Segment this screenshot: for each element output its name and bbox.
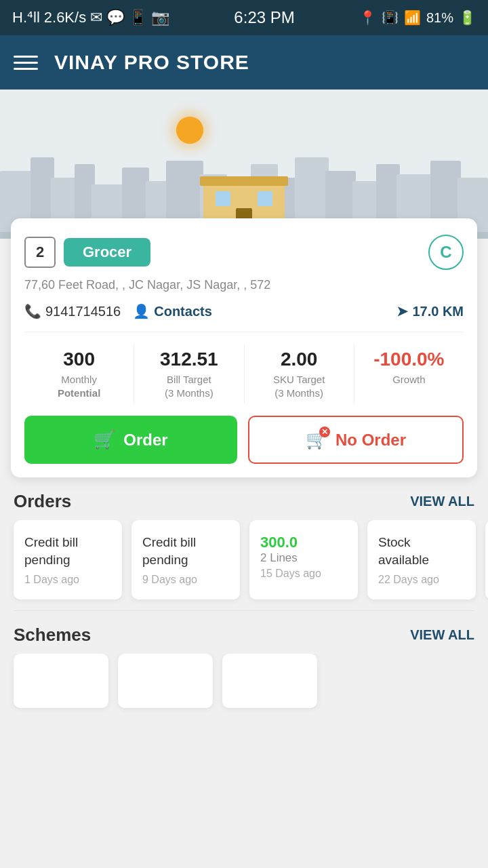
no-order-cart-icon: 🛒✕	[306, 429, 327, 450]
store-card-top: 2 Grocer C	[24, 235, 464, 270]
status-time: 6:23 PM	[234, 8, 294, 27]
location-arrow-icon: ➤	[396, 303, 408, 319]
store-address: 77,60 Feet Road, , JC Nagar, JS Nagar, ,…	[24, 277, 464, 294]
stat-sku-target: 2.00 SKU Target(3 Months)	[245, 344, 354, 403]
store-category: Grocer	[64, 238, 150, 267]
status-left: H.⁴ll 2.6K/s ✉ 💬 📱 📷	[12, 9, 169, 26]
battery-level: 81%	[426, 10, 453, 26]
order-card-title: Credit billpending	[142, 534, 229, 568]
hamburger-menu[interactable]	[14, 56, 38, 70]
store-tags: 2 Grocer	[24, 237, 150, 268]
message-icon: ✉	[90, 9, 102, 26]
stat-monthly-potential: 300 MonthlyPotential	[24, 344, 134, 403]
store-contact-row: 📞 9141714516 👤 Contacts ➤ 17.0 KM	[24, 303, 464, 319]
no-order-button[interactable]: 🛒✕ No Order	[248, 416, 464, 464]
order-cart-icon: 🛒	[94, 429, 115, 450]
order-button[interactable]: 🛒 Order	[24, 416, 237, 464]
network-speed: 2.6K/s	[44, 9, 86, 26]
order-card-value: 300.0	[260, 534, 347, 551]
svg-rect-21	[200, 176, 288, 186]
stat-value-bill: 312.51	[137, 349, 241, 370]
schemes-title: Schemes	[14, 625, 91, 646]
contacts-icon: 👤	[133, 303, 150, 319]
signal-icon: H.⁴ll	[12, 9, 40, 26]
avatar: C	[428, 235, 464, 270]
stat-value-sku: 2.00	[247, 349, 351, 370]
phone-icon: 📞	[24, 303, 41, 319]
scheme-card[interactable]	[118, 654, 213, 708]
status-right: 📍 📳 📶 81% 🔋	[359, 9, 476, 26]
stat-label-bill: Bill Target(3 Months)	[137, 373, 241, 399]
schemes-section-header: Schemes VIEW ALL	[0, 611, 488, 654]
order-card[interactable]: Credit billpending 1 Days ago	[14, 520, 122, 599]
orders-view-all[interactable]: VIEW ALL	[410, 494, 474, 509]
order-card[interactable]: Credit billpending 9 Days ago	[131, 520, 240, 599]
stat-value-growth: -100.0%	[357, 349, 461, 370]
order-card[interactable]: Stockavailable 22 Days ago	[367, 520, 476, 599]
contacts-link[interactable]: 👤 Contacts	[133, 303, 212, 319]
action-buttons: 🛒 Order 🛒✕ No Order	[24, 416, 464, 464]
store-distance: ➤ 17.0 KM	[396, 303, 464, 319]
store-number: 2	[24, 237, 56, 268]
schemes-scroll	[0, 654, 488, 719]
orders-scroll: Credit billpending 1 Days ago Credit bil…	[0, 520, 488, 610]
camera-icon: 📷	[151, 9, 169, 26]
svg-rect-23	[258, 191, 272, 206]
status-bar: H.⁴ll 2.6K/s ✉ 💬 📱 📷 6:23 PM 📍 📳 📶 81% 🔋	[0, 0, 488, 35]
stat-growth: -100.0% Growth	[354, 344, 464, 403]
order-card-title: Stockavailable	[378, 534, 465, 568]
order-card-lines: 2 Lines	[260, 551, 347, 565]
gps-icon: 📍	[359, 9, 376, 26]
stat-label-growth: Growth	[357, 373, 461, 387]
vibrate-icon: 📳	[382, 9, 399, 26]
city-banner	[0, 90, 488, 239]
scheme-card[interactable]	[14, 654, 108, 708]
schemes-view-all[interactable]: VIEW ALL	[410, 627, 474, 643]
chat-icon: 💬	[106, 9, 125, 26]
order-card-date: 15 Days ago	[260, 568, 347, 580]
scheme-card[interactable]	[222, 654, 317, 708]
stat-bill-target: 312.51 Bill Target(3 Months)	[134, 344, 244, 403]
store-card: 2 Grocer C 77,60 Feet Road, , JC Nagar, …	[11, 218, 477, 477]
svg-rect-22	[216, 191, 230, 206]
order-card[interactable]: 1 2…	[485, 520, 488, 599]
app-header: VINAY PRO STORE	[0, 35, 488, 90]
orders-section-header: Orders VIEW ALL	[0, 477, 488, 520]
orders-title: Orders	[14, 491, 71, 512]
order-card[interactable]: 300.0 2 Lines 15 Days ago	[249, 520, 358, 599]
order-card-date: 1 Days ago	[24, 574, 111, 586]
stat-value-monthly: 300	[27, 349, 131, 370]
order-card-date: 9 Days ago	[142, 574, 229, 586]
stat-label-monthly: MonthlyPotential	[27, 373, 131, 399]
order-card-date: 22 Days ago	[378, 574, 465, 586]
stats-row: 300 MonthlyPotential 312.51 Bill Target(…	[24, 332, 464, 403]
app-title: VINAY PRO STORE	[54, 51, 249, 74]
order-card-title: Credit billpending	[24, 534, 111, 568]
whatsapp-icon: 📱	[129, 9, 147, 26]
battery-icon: 🔋	[459, 9, 476, 26]
wifi-icon: 📶	[404, 9, 421, 26]
stat-label-sku: SKU Target(3 Months)	[247, 373, 351, 399]
phone-number[interactable]: 📞 9141714516	[24, 303, 121, 319]
